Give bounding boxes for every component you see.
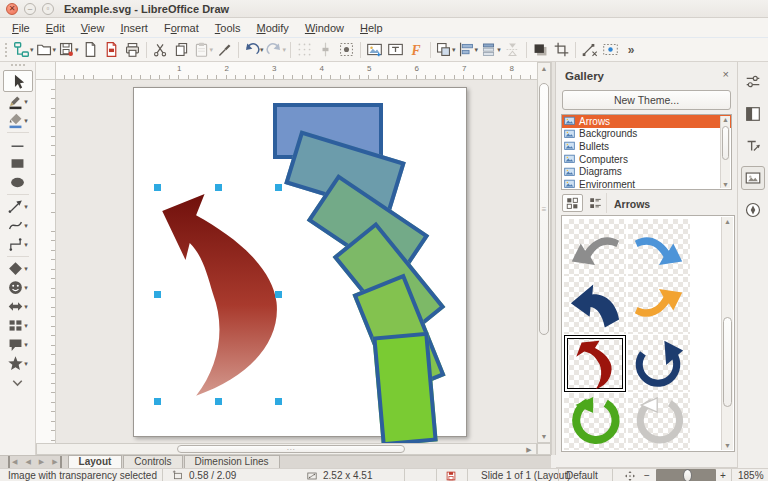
flowchart-tool[interactable]: ▾ <box>3 316 33 335</box>
theme-list-scrollbar[interactable]: ▲ ▼ <box>720 116 730 188</box>
page-style-name[interactable]: Default <box>566 469 598 481</box>
arrange-dropdown-arrow[interactable]: ▾ <box>497 46 501 54</box>
redo-dropdown-arrow[interactable]: ▾ <box>283 46 287 54</box>
transformations-dropdown-arrow[interactable]: ▾ <box>452 46 456 54</box>
thumbs-scroll-up-arrow[interactable]: ▲ <box>722 218 733 225</box>
horizontal-scrollbar[interactable]: ⋯ ▶ <box>36 443 537 455</box>
undo-button[interactable]: ▾ <box>242 40 265 60</box>
fit-slide-icon[interactable] <box>624 469 637 481</box>
drawing-page[interactable] <box>133 87 467 437</box>
flip-button[interactable] <box>502 40 523 60</box>
connector-dropdown-arrow[interactable]: ▾ <box>24 241 28 249</box>
clone-formatting-button[interactable] <box>214 40 235 60</box>
menu-window[interactable]: Window <box>297 20 352 36</box>
gallery-close-icon[interactable]: × <box>723 68 729 80</box>
menu-modify[interactable]: Modify <box>248 20 296 36</box>
sidebar-tab-navigator[interactable] <box>741 198 765 222</box>
sidebar-tab-gallery[interactable] <box>741 166 765 190</box>
red-curved-arrow-shape[interactable] <box>158 192 285 400</box>
sidebar-tab-properties[interactable] <box>741 70 765 94</box>
page-tab-controls[interactable]: Controls <box>123 455 182 468</box>
stars-dropdown-arrow[interactable]: ▾ <box>24 360 28 368</box>
redo-button[interactable]: ▾ <box>265 40 288 60</box>
zoom-slider-knob[interactable] <box>683 469 692 481</box>
gallery-thumbnail-green-circular-arrow[interactable] <box>564 393 626 450</box>
more-shapes-tool[interactable] <box>3 373 33 392</box>
zoom-level[interactable]: 185% <box>738 469 764 481</box>
sidebar-tab-page[interactable] <box>741 102 765 126</box>
basic-shapes-tool[interactable]: ▾ <box>3 259 33 278</box>
display-grid-button[interactable] <box>294 40 315 60</box>
fill-color-tool[interactable]: ▾ <box>3 111 33 130</box>
tab-nav-arrow[interactable]: ▶ <box>48 456 61 468</box>
menu-format[interactable]: Format <box>156 20 207 36</box>
insert-text-box-button[interactable] <box>385 40 406 60</box>
zoom-in-button[interactable]: + <box>720 469 726 481</box>
theme-item-arrows[interactable]: Arrows <box>562 115 731 128</box>
theme-item-diagrams[interactable]: Diagrams <box>562 165 731 178</box>
lines-and-arrows-tool[interactable]: ▾ <box>3 197 33 216</box>
snap-guides-button[interactable] <box>315 40 336 60</box>
menu-help[interactable]: Help <box>352 20 391 36</box>
flowchart-dropdown-arrow[interactable]: ▾ <box>24 322 28 330</box>
selection-handle[interactable] <box>215 398 222 405</box>
page-tab-layout[interactable]: Layout <box>68 455 123 468</box>
crop-button[interactable] <box>551 40 572 60</box>
gallery-thumbnail-blue-curved-arrow[interactable] <box>628 219 690 276</box>
paste-button[interactable]: ▾ <box>192 40 215 60</box>
curve-tool[interactable]: ▾ <box>3 216 33 235</box>
save-button[interactable]: ▾ <box>57 40 80 60</box>
thumbs-scroll-down-arrow[interactable]: ▼ <box>722 442 733 449</box>
theme-scroll-up-arrow[interactable]: ▲ <box>721 116 730 123</box>
gallery-thumbnail-navy-bold-arrow[interactable] <box>564 277 626 334</box>
vertical-scrollbar[interactable]: ▲ ≡ ▼ <box>537 62 551 443</box>
lines-and-arrows-dropdown-arrow[interactable]: ▾ <box>24 203 28 211</box>
arrange-button[interactable]: ▾ <box>479 40 502 60</box>
zoom-pan-button[interactable] <box>336 40 357 60</box>
scroll-down-arrow[interactable]: ▼ <box>538 433 550 440</box>
zoom-out-button[interactable]: − <box>644 469 650 481</box>
insert-image-button[interactable] <box>364 40 385 60</box>
page-tab-dimension-lines[interactable]: Dimension Lines <box>184 455 280 468</box>
paste-dropdown-arrow[interactable]: ▾ <box>210 46 214 54</box>
menu-insert[interactable]: Insert <box>112 20 156 36</box>
gallery-thumbnail-orange-curved-arrow[interactable] <box>628 277 690 334</box>
vertical-scroll-thumb[interactable]: ≡ <box>539 83 549 335</box>
theme-item-bullets[interactable]: Bullets <box>562 140 731 153</box>
callouts-tool[interactable]: ▾ <box>3 335 33 354</box>
ellipse-tool[interactable] <box>3 173 33 192</box>
glue-points-button[interactable] <box>600 40 621 60</box>
theme-scroll-down-arrow[interactable]: ▼ <box>721 181 730 188</box>
fill-color-dropdown-arrow[interactable]: ▾ <box>24 117 28 125</box>
theme-item-backgrounds[interactable]: Backgrounds <box>562 128 731 141</box>
selection-handle[interactable] <box>275 291 282 298</box>
block-arrows-tool[interactable]: ▾ <box>3 297 33 316</box>
symbol-shapes-dropdown-arrow[interactable]: ▾ <box>24 284 28 292</box>
gallery-thumbnail-red-curved-arrow[interactable] <box>564 335 626 392</box>
toolbar-grip[interactable] <box>5 43 9 57</box>
menu-file[interactable]: File <box>4 20 38 36</box>
connector-tool[interactable]: ▾ <box>3 235 33 254</box>
selection-handle[interactable] <box>215 184 222 191</box>
block-arrows-dropdown-arrow[interactable]: ▾ <box>24 303 28 311</box>
theme-item-computers[interactable]: Computers <box>562 153 731 166</box>
selection-handle[interactable] <box>154 291 161 298</box>
tab-nav-arrow[interactable]: ◀ <box>8 456 21 468</box>
window-minimize-button[interactable]: – <box>24 3 36 15</box>
export-pdf-button[interactable] <box>101 40 122 60</box>
scroll-right-arrow[interactable]: ▶ <box>524 446 534 454</box>
curve-dropdown-arrow[interactable]: ▾ <box>24 222 28 230</box>
drawing-canvas[interactable] <box>56 80 537 443</box>
icon-view-button[interactable] <box>562 194 583 212</box>
tab-nav-arrow[interactable]: ◀ <box>21 456 34 468</box>
rotated-rectangle-6[interactable] <box>372 332 437 443</box>
theme-item-environment[interactable]: Environment <box>562 178 731 190</box>
fontwork-button[interactable] <box>406 40 427 60</box>
save-dropdown-arrow[interactable]: ▾ <box>75 46 79 54</box>
print-button[interactable] <box>122 40 143 60</box>
symbol-shapes-tool[interactable]: ▾ <box>3 278 33 297</box>
align-objects-button[interactable]: ▾ <box>457 40 480 60</box>
callouts-dropdown-arrow[interactable]: ▾ <box>24 341 28 349</box>
selection-handle[interactable] <box>275 184 282 191</box>
detail-view-button[interactable] <box>585 194 606 212</box>
